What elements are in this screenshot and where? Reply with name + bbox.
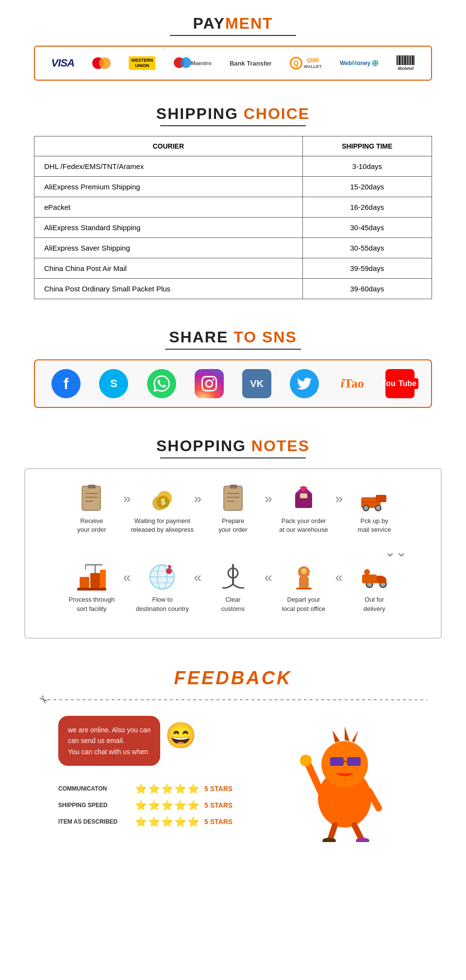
receive-order-label: Receiveyour order <box>77 517 106 534</box>
item-score: 5 STARS <box>204 818 233 826</box>
arrow-5: « <box>335 562 343 585</box>
table-row: ePacket16-26days <box>34 197 432 218</box>
barcode-icon: iBoletol <box>397 55 415 71</box>
payment-section: PAYMENT VISA WESTERNUNION Maestro Bank T… <box>0 0 466 90</box>
svg-point-60 <box>300 755 312 766</box>
svg-point-52 <box>321 741 368 788</box>
svg-rect-45 <box>90 573 100 588</box>
pack-order-label: Pack your orderat our warehouse <box>279 517 328 534</box>
chat-bubble: we are online. Also you cancan send us e… <box>58 716 160 766</box>
table-header-row: COURIER SHIPPING TIME <box>34 136 432 156</box>
feedback-title: FEEDBACK <box>10 668 456 689</box>
svg-rect-47 <box>77 588 106 591</box>
courier-cell: AliExpress Saver Shipping <box>34 238 303 258</box>
svg-rect-9 <box>224 486 242 510</box>
maestro-icon: Maestro <box>174 57 212 69</box>
vk-icon[interactable]: VK <box>242 369 271 398</box>
feedback-mascot-panel <box>272 716 408 842</box>
shipping-time-cell: 15-20days <box>302 177 432 197</box>
facebook-icon[interactable]: f <box>51 369 81 398</box>
svg-line-59 <box>308 764 320 791</box>
smiley-emoji: 😄 <box>165 721 197 750</box>
svg-rect-10 <box>230 485 237 489</box>
notes-section: SHOPPING NOTES Receiveyour order » <box>0 422 466 653</box>
depart-post-office-icon <box>290 562 317 591</box>
svg-marker-55 <box>352 730 358 743</box>
payment-title: PAYMENT <box>10 15 456 33</box>
arrow-7: « <box>194 562 201 585</box>
flow-step-2: $ Waiting for paymentreleased by alixepr… <box>131 484 194 534</box>
flow-step-5: Pck up bymail service <box>343 484 406 534</box>
out-delivery-label: Out fordelivery <box>364 595 385 613</box>
svg-rect-29 <box>362 574 377 583</box>
shipping-time-cell: 39-60days <box>302 279 432 299</box>
feedback-section: FEEDBACK ✂ we are online. Also you canca… <box>0 653 466 852</box>
instagram-icon[interactable] <box>195 369 224 398</box>
flow-step-6: Out fordelivery <box>343 562 406 613</box>
pickup-mail-label: Pck up bymail service <box>358 517 391 534</box>
receive-order-icon <box>78 484 105 513</box>
item-stars: ⭐⭐⭐⭐⭐ <box>135 816 200 828</box>
shipping-time-cell: 30-45days <box>302 218 432 238</box>
mascot-svg <box>282 716 398 842</box>
shipping-title: SHIPPING CHOICE <box>10 105 456 123</box>
bank-transfer-icon: Bank Transfer <box>230 60 272 67</box>
svg-point-23 <box>376 506 380 510</box>
arrow-1: » <box>123 484 131 507</box>
svg-rect-1 <box>88 485 96 489</box>
rating-item: ITEM AS DESCRIBED ⭐⭐⭐⭐⭐ 5 STARS <box>58 816 262 828</box>
svg-rect-34 <box>299 577 309 588</box>
flow-step-8: Clearcustoms <box>201 562 265 613</box>
feedback-content: we are online. Also you cancan send us e… <box>10 716 456 842</box>
courier-cell: China China Post Air Mail <box>34 258 303 279</box>
communication-stars: ⭐⭐⭐⭐⭐ <box>135 783 200 794</box>
table-row: AliExpress Saver Shipping30-55days <box>34 238 432 258</box>
sns-title: SHARE TO SNS <box>10 328 456 346</box>
svg-line-62 <box>330 825 335 840</box>
visa-icon: VISA <box>51 57 74 69</box>
shipping-title-dark: SHIPPING <box>156 105 244 122</box>
flow-step-1: Receiveyour order <box>60 484 123 534</box>
flow-destination-icon <box>148 562 177 591</box>
payment-title-dark: PAY <box>193 15 225 32</box>
flow-step-4: Pack your orderat our warehouse <box>272 484 335 534</box>
shipping-table: COURIER SHIPPING TIME DHL /Fedex/EMS/TNT… <box>34 136 432 299</box>
svg-rect-46 <box>100 570 106 588</box>
communication-score: 5 STARS <box>204 785 233 793</box>
payment-released-label: Waiting for paymentreleased by alixepres… <box>131 517 194 534</box>
shipping-time-cell: 30-55days <box>302 238 432 258</box>
ratings-container: COMMUNICATON ⭐⭐⭐⭐⭐ 5 STARS SHIPPING SPEE… <box>58 783 262 828</box>
shipping-speed-label: SHIPPING SPEED <box>58 802 131 809</box>
svg-rect-35 <box>296 588 312 590</box>
courier-header: COURIER <box>34 136 303 156</box>
arrow-2: » <box>194 484 201 507</box>
youtube-icon[interactable]: YouTube <box>385 369 415 398</box>
itao-icon[interactable]: iTao <box>338 369 367 398</box>
table-row: China Post Ordinary Small Packet Plus39-… <box>34 279 432 299</box>
item-described-label: ITEM AS DESCRIBED <box>58 818 131 825</box>
rating-communication: COMMUNICATON ⭐⭐⭐⭐⭐ 5 STARS <box>58 783 262 794</box>
shipping-title-highlight: CHOICE <box>244 105 310 122</box>
clear-customs-icon <box>220 562 247 591</box>
flow-step-3: Prepareyour order <box>201 484 265 534</box>
arrow-3: » <box>265 484 272 507</box>
svg-rect-57 <box>347 757 361 766</box>
skype-icon[interactable]: S <box>99 369 128 398</box>
flow-row-1: Receiveyour order » $ Waiting for paymen… <box>35 484 431 534</box>
feedback-left-panel: we are online. Also you cancan send us e… <box>58 716 262 832</box>
rating-shipping: SHIPPING SPEED ⭐⭐⭐⭐⭐ 5 STARS <box>58 799 262 811</box>
shipping-stars: ⭐⭐⭐⭐⭐ <box>135 799 200 811</box>
sort-facility-icon <box>76 562 107 591</box>
twitter-icon[interactable] <box>290 369 319 398</box>
whatsapp-icon[interactable] <box>147 369 176 398</box>
webmoney-icon: WebMoney ⊕ <box>340 58 379 68</box>
svg-text:$: $ <box>161 498 166 506</box>
shipping-score: 5 STARS <box>204 801 233 809</box>
sort-facility-label: Process throughsort facility <box>69 595 115 613</box>
courier-cell: DHL /Fedex/EMS/TNT/Aramex <box>34 156 303 177</box>
flow-step-7: Depart yourlocal post office <box>272 562 335 613</box>
pack-order-icon <box>290 484 317 513</box>
scissors-icon: ✂ <box>35 692 50 707</box>
svg-point-64 <box>322 838 336 842</box>
flow-step-10: Process throughsort facility <box>60 562 123 613</box>
